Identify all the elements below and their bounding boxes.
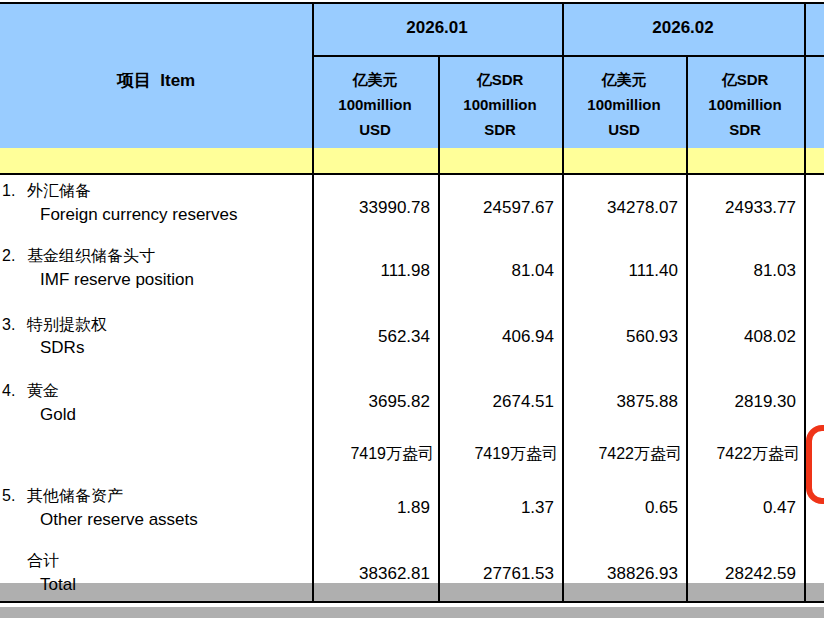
item-column-header: 项目 Item xyxy=(0,69,312,92)
table-cell: 27761.53 xyxy=(440,564,560,584)
table-cell: 38826.93 xyxy=(564,564,684,584)
row-label-zh: 基金组织储备头寸 xyxy=(27,247,155,264)
table-cell: 0.47 xyxy=(688,498,802,518)
table-cell: 1.37 xyxy=(440,498,560,518)
period-header-2026-02: 2026.02 xyxy=(562,18,804,38)
row-label-3-en: SDRs xyxy=(40,338,84,358)
table-cell: 0.65 xyxy=(564,498,684,518)
row-number: 5. xyxy=(2,487,27,505)
window-scrollbar-track[interactable] xyxy=(0,607,824,618)
table-cell: 38362.81 xyxy=(314,564,436,584)
table-cell: 408.02 xyxy=(688,327,802,347)
table-cell: 1.89 xyxy=(314,498,436,518)
table-cell: 24933.77 xyxy=(688,198,802,218)
row-number: 3. xyxy=(2,316,27,334)
row-label-5-en: Other reserve assets xyxy=(40,510,198,530)
row-label-2: 2.基金组织储备头寸 xyxy=(2,246,155,267)
period-header-2026-01: 2026.01 xyxy=(312,18,562,38)
yellow-row-bottom-border xyxy=(0,173,824,175)
table-cell: 560.93 xyxy=(564,327,684,347)
unit-header-usd-1: 亿美元 100million USD xyxy=(314,67,436,142)
row-label-5: 5.其他储备资产 xyxy=(2,486,123,507)
gold-ounces-cell: 7422万盎司 xyxy=(688,444,802,465)
table-cell: 111.40 xyxy=(564,261,684,281)
unit-header-sdr-1: 亿SDR 100million SDR xyxy=(440,67,560,142)
table-cell: 111.98 xyxy=(314,261,436,281)
gold-ounces-cell: 7419万盎司 xyxy=(314,444,436,465)
row-number: 4. xyxy=(2,382,27,400)
table-bottom-border xyxy=(0,601,824,603)
unit-header-usd-2: 亿美元 100million USD xyxy=(564,67,684,142)
table-top-border xyxy=(0,2,824,4)
row-label-zh: 黄金 xyxy=(27,382,59,399)
table-cell: 81.04 xyxy=(440,261,560,281)
row-label-3: 3.特别提款权 xyxy=(2,315,107,336)
row-label-4: 4.黄金 xyxy=(2,381,59,402)
row-label-4-en: Gold xyxy=(40,405,76,425)
row-label-zh: 合计 xyxy=(27,552,59,569)
row-label-zh: 其他储备资产 xyxy=(27,487,123,504)
gold-ounces-cell: 7422万盎司 xyxy=(564,444,684,465)
row-label-2-en: IMF reserve position xyxy=(40,270,194,290)
row-label-zh: 外汇储备 xyxy=(27,182,91,199)
table-cell: 28242.59 xyxy=(688,564,802,584)
table-cell: 406.94 xyxy=(440,327,560,347)
header-divider-line xyxy=(312,55,824,57)
table-cell: 3695.82 xyxy=(314,392,436,412)
table-cell: 33990.78 xyxy=(314,198,436,218)
row-label-1-en: Foreign currency reserves xyxy=(40,205,237,225)
table-cell: 24597.67 xyxy=(440,198,560,218)
yellow-highlight-row xyxy=(0,148,824,173)
unit-header-sdr-2: 亿SDR 100million SDR xyxy=(688,67,802,142)
table-cell: 2819.30 xyxy=(688,392,802,412)
column-border-right xyxy=(804,3,806,601)
table-cell: 34278.07 xyxy=(564,198,684,218)
table-cell: 562.34 xyxy=(314,327,436,347)
table-cell: 2674.51 xyxy=(440,392,560,412)
table-cell: 81.03 xyxy=(688,261,802,281)
row-label-total-en: Total xyxy=(40,575,76,595)
reserves-table-page: 项目 Item 2026.01 2026.02 亿美元 100million U… xyxy=(0,0,824,618)
row-label-1: 1.外汇储备 xyxy=(2,181,91,202)
row-label-zh: 特别提款权 xyxy=(27,316,107,333)
table-cell: 3875.88 xyxy=(564,392,684,412)
red-highlight-annotation xyxy=(806,425,824,504)
row-number: 2. xyxy=(2,247,27,265)
row-label-total: 合计 xyxy=(2,551,59,572)
horizontal-scrollbar[interactable] xyxy=(0,583,824,601)
gold-ounces-cell: 7419万盎司 xyxy=(440,444,560,465)
row-number: 1. xyxy=(2,182,27,200)
